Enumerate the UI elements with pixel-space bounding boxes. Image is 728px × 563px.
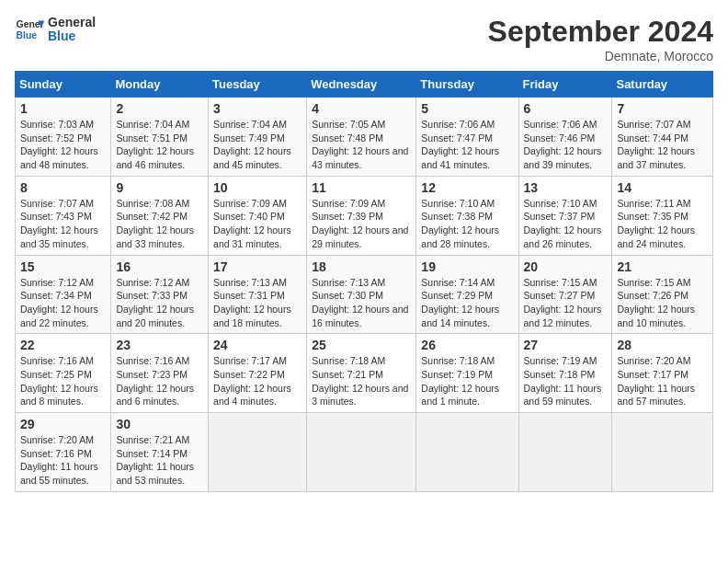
day-number: 12	[421, 180, 513, 195]
day-number: 25	[312, 338, 411, 352]
day-number: 27	[524, 338, 608, 352]
day-info: Sunrise: 7:13 AM Sunset: 7:30 PM Dayligh…	[312, 276, 411, 330]
table-row: 1 Sunrise: 7:03 AM Sunset: 7:52 PM Dayli…	[16, 98, 111, 177]
day-number: 5	[421, 101, 513, 116]
calendar-row: 22 Sunrise: 7:16 AM Sunset: 7:25 PM Dayl…	[16, 334, 713, 413]
table-row: 11 Sunrise: 7:09 AM Sunset: 7:39 PM Dayl…	[307, 176, 416, 255]
day-info: Sunrise: 7:11 AM Sunset: 7:35 PM Dayligh…	[617, 197, 708, 251]
day-number: 30	[116, 417, 203, 431]
calendar-row: 15 Sunrise: 7:12 AM Sunset: 7:34 PM Dayl…	[16, 255, 713, 334]
day-number: 13	[524, 180, 608, 195]
header: General Blue General Blue September 2024…	[15, 15, 713, 63]
day-number: 10	[213, 180, 301, 195]
table-row: 4 Sunrise: 7:05 AM Sunset: 7:48 PM Dayli…	[307, 98, 416, 177]
day-info: Sunrise: 7:19 AM Sunset: 7:18 PM Dayligh…	[524, 354, 608, 408]
location: Demnate, Morocco	[488, 49, 713, 63]
logo-general: General	[48, 16, 96, 29]
table-row: 9 Sunrise: 7:08 AM Sunset: 7:42 PM Dayli…	[111, 176, 209, 255]
table-row	[416, 413, 518, 492]
table-row	[518, 413, 612, 492]
day-info: Sunrise: 7:18 AM Sunset: 7:19 PM Dayligh…	[421, 354, 513, 408]
day-number: 29	[20, 417, 106, 431]
day-info: Sunrise: 7:06 AM Sunset: 7:47 PM Dayligh…	[421, 118, 513, 172]
col-tuesday: Tuesday	[209, 72, 307, 98]
day-info: Sunrise: 7:09 AM Sunset: 7:40 PM Dayligh…	[213, 197, 301, 251]
table-row: 18 Sunrise: 7:13 AM Sunset: 7:30 PM Dayl…	[307, 255, 416, 334]
day-number: 15	[20, 259, 106, 274]
day-info: Sunrise: 7:14 AM Sunset: 7:29 PM Dayligh…	[421, 276, 513, 330]
day-info: Sunrise: 7:06 AM Sunset: 7:46 PM Dayligh…	[524, 118, 608, 172]
day-info: Sunrise: 7:08 AM Sunset: 7:42 PM Dayligh…	[116, 197, 203, 251]
day-info: Sunrise: 7:12 AM Sunset: 7:33 PM Dayligh…	[116, 276, 203, 330]
day-info: Sunrise: 7:09 AM Sunset: 7:39 PM Dayligh…	[312, 197, 411, 251]
col-saturday: Saturday	[612, 72, 713, 98]
table-row: 28 Sunrise: 7:20 AM Sunset: 7:17 PM Dayl…	[612, 334, 713, 413]
calendar-row: 29 Sunrise: 7:20 AM Sunset: 7:16 PM Dayl…	[16, 413, 713, 492]
day-number: 23	[116, 338, 203, 352]
day-info: Sunrise: 7:16 AM Sunset: 7:25 PM Dayligh…	[20, 354, 106, 408]
table-row: 24 Sunrise: 7:17 AM Sunset: 7:22 PM Dayl…	[209, 334, 307, 413]
table-row: 29 Sunrise: 7:20 AM Sunset: 7:16 PM Dayl…	[16, 413, 111, 492]
table-row: 26 Sunrise: 7:18 AM Sunset: 7:19 PM Dayl…	[416, 334, 518, 413]
table-row: 21 Sunrise: 7:15 AM Sunset: 7:26 PM Dayl…	[612, 255, 713, 334]
day-info: Sunrise: 7:04 AM Sunset: 7:51 PM Dayligh…	[116, 118, 203, 172]
day-info: Sunrise: 7:10 AM Sunset: 7:38 PM Dayligh…	[421, 197, 513, 251]
day-info: Sunrise: 7:15 AM Sunset: 7:26 PM Dayligh…	[617, 276, 708, 330]
day-info: Sunrise: 7:16 AM Sunset: 7:23 PM Dayligh…	[116, 354, 203, 408]
col-friday: Friday	[518, 72, 612, 98]
svg-text:Blue: Blue	[17, 30, 38, 40]
table-row	[209, 413, 307, 492]
day-number: 24	[213, 338, 301, 352]
day-info: Sunrise: 7:10 AM Sunset: 7:37 PM Dayligh…	[524, 197, 608, 251]
calendar-row: 1 Sunrise: 7:03 AM Sunset: 7:52 PM Dayli…	[16, 98, 713, 177]
table-row: 17 Sunrise: 7:13 AM Sunset: 7:31 PM Dayl…	[209, 255, 307, 334]
table-row: 27 Sunrise: 7:19 AM Sunset: 7:18 PM Dayl…	[518, 334, 612, 413]
table-row: 14 Sunrise: 7:11 AM Sunset: 7:35 PM Dayl…	[612, 176, 713, 255]
day-info: Sunrise: 7:17 AM Sunset: 7:22 PM Dayligh…	[213, 354, 301, 408]
day-number: 26	[421, 338, 513, 352]
calendar-row: 8 Sunrise: 7:07 AM Sunset: 7:43 PM Dayli…	[16, 176, 713, 255]
table-row: 3 Sunrise: 7:04 AM Sunset: 7:49 PM Dayli…	[209, 98, 307, 177]
table-row: 8 Sunrise: 7:07 AM Sunset: 7:43 PM Dayli…	[16, 176, 111, 255]
table-row: 10 Sunrise: 7:09 AM Sunset: 7:40 PM Dayl…	[209, 176, 307, 255]
table-row: 20 Sunrise: 7:15 AM Sunset: 7:27 PM Dayl…	[518, 255, 612, 334]
table-row: 23 Sunrise: 7:16 AM Sunset: 7:23 PM Dayl…	[111, 334, 209, 413]
day-number: 17	[213, 259, 301, 274]
title-area: September 2024 Demnate, Morocco	[488, 15, 713, 63]
calendar-table: Sunday Monday Tuesday Wednesday Thursday…	[15, 71, 713, 492]
day-info: Sunrise: 7:21 AM Sunset: 7:14 PM Dayligh…	[116, 433, 203, 488]
table-row: 30 Sunrise: 7:21 AM Sunset: 7:14 PM Dayl…	[111, 413, 209, 492]
day-info: Sunrise: 7:18 AM Sunset: 7:21 PM Dayligh…	[312, 354, 411, 408]
day-info: Sunrise: 7:07 AM Sunset: 7:44 PM Dayligh…	[617, 118, 708, 172]
table-row: 5 Sunrise: 7:06 AM Sunset: 7:47 PM Dayli…	[416, 98, 518, 177]
month-title: September 2024	[488, 15, 713, 49]
day-number: 4	[312, 101, 411, 116]
logo-blue: Blue	[48, 29, 96, 43]
table-row: 2 Sunrise: 7:04 AM Sunset: 7:51 PM Dayli…	[111, 98, 209, 177]
day-number: 16	[116, 259, 203, 274]
day-number: 8	[20, 180, 106, 195]
calendar-header-row: Sunday Monday Tuesday Wednesday Thursday…	[16, 72, 713, 98]
table-row	[307, 413, 416, 492]
logo-icon: General Blue	[15, 15, 44, 44]
day-info: Sunrise: 7:13 AM Sunset: 7:31 PM Dayligh…	[213, 276, 301, 330]
col-wednesday: Wednesday	[307, 72, 416, 98]
table-row: 15 Sunrise: 7:12 AM Sunset: 7:34 PM Dayl…	[16, 255, 111, 334]
table-row: 13 Sunrise: 7:10 AM Sunset: 7:37 PM Dayl…	[518, 176, 612, 255]
day-number: 1	[20, 101, 106, 116]
table-row: 7 Sunrise: 7:07 AM Sunset: 7:44 PM Dayli…	[612, 98, 713, 177]
col-thursday: Thursday	[416, 72, 518, 98]
day-number: 20	[524, 259, 608, 274]
table-row	[612, 413, 713, 492]
table-row: 19 Sunrise: 7:14 AM Sunset: 7:29 PM Dayl…	[416, 255, 518, 334]
table-row: 16 Sunrise: 7:12 AM Sunset: 7:33 PM Dayl…	[111, 255, 209, 334]
day-info: Sunrise: 7:15 AM Sunset: 7:27 PM Dayligh…	[524, 276, 608, 330]
table-row: 25 Sunrise: 7:18 AM Sunset: 7:21 PM Dayl…	[307, 334, 416, 413]
table-row: 22 Sunrise: 7:16 AM Sunset: 7:25 PM Dayl…	[16, 334, 111, 413]
day-number: 21	[617, 259, 708, 274]
table-row: 12 Sunrise: 7:10 AM Sunset: 7:38 PM Dayl…	[416, 176, 518, 255]
day-info: Sunrise: 7:20 AM Sunset: 7:17 PM Dayligh…	[617, 354, 708, 408]
day-info: Sunrise: 7:07 AM Sunset: 7:43 PM Dayligh…	[20, 197, 106, 251]
day-number: 7	[617, 101, 708, 116]
table-row: 6 Sunrise: 7:06 AM Sunset: 7:46 PM Dayli…	[518, 98, 612, 177]
